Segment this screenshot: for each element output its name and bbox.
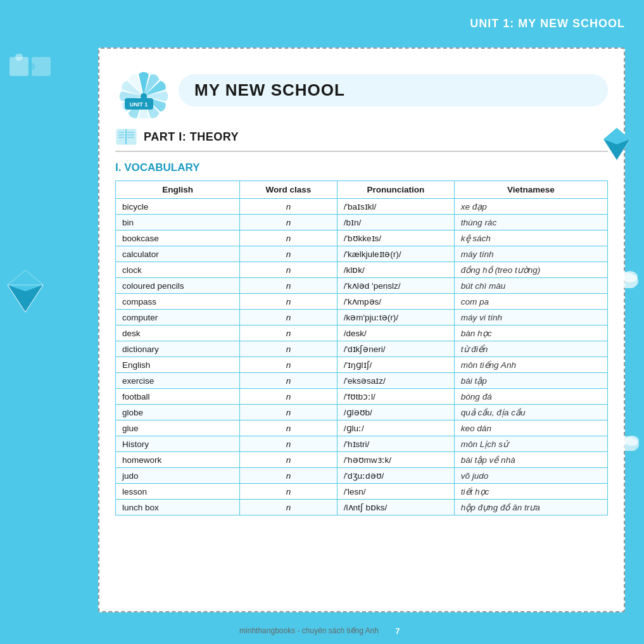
table-cell-11-1: n [240,373,338,389]
svg-point-28 [612,436,627,447]
col-pronunciation: Pronunciation [337,181,454,199]
table-cell-12-3: bóng đá [454,389,607,405]
cloud-right-middle-icon [606,266,641,291]
footer-arrow-icon: ◀ [382,626,388,635]
table-cell-15-1: n [240,436,338,452]
table-cell-19-1: n [240,500,338,515]
table-cell-0-0: bicycle [116,199,240,215]
table-cell-6-0: compass [116,294,240,310]
vocabulary-title: I. VOCABULARY [115,161,608,174]
svg-point-29 [625,436,639,446]
table-cell-10-1: n [240,357,338,373]
col-wordclass: Word class [240,181,338,199]
table-cell-18-1: n [240,484,338,500]
table-cell-0-3: xe đạp [454,199,607,215]
part-header: PART I: THEORY [115,128,608,152]
table-cell-3-1: n [240,246,338,262]
table-cell-17-3: võ judo [454,468,607,484]
table-row: lessonn/'lesn/tiết học [116,484,608,500]
table-cell-11-3: bài tập [454,373,607,389]
table-row: compassn/'kʌmpəs/com pa [116,294,608,310]
table-cell-16-0: homework [116,452,240,468]
unit-header: UNIT 1 MY NEW SCHOOL [115,61,608,118]
table-cell-16-2: /'həʊmwɜːk/ [337,452,454,468]
table-cell-4-1: n [240,262,338,278]
table-cell-19-0: lunch box [116,500,240,515]
table-cell-10-2: /'ɪŋɡlɪʃ/ [337,357,454,373]
svg-point-26 [622,271,638,282]
table-cell-9-0: dictionary [116,341,240,357]
table-row: Englishn/'ɪŋɡlɪʃ/môn tiếng Anh [116,357,608,373]
table-cell-14-2: /ɡluː/ [337,420,454,436]
table-cell-5-2: /'kʌləd 'penslz/ [337,278,454,294]
footer-content: minhthangbooks - chuyên sách tiếng Anh ◀… [239,624,405,638]
table-row: footballn/'fʊtbɔːl/bóng đá [116,389,608,405]
table-cell-9-2: /'dɪkʃəneri/ [337,341,454,357]
table-cell-13-3: quả cầu, địa cầu [454,405,607,420]
table-row: lunch boxn/lʌntʃ bɒks/hộp đựng đồ ăn trư… [116,500,608,515]
table-cell-4-2: /klɒk/ [337,262,454,278]
table-cell-19-3: hộp đựng đồ ăn trưa [454,500,607,515]
table-cell-6-3: com pa [454,294,607,310]
table-cell-12-2: /'fʊtbɔːl/ [337,389,454,405]
cloud-right-bottom-icon [609,431,641,453]
table-cell-14-0: glue [116,420,240,436]
table-row: gluen/ɡluː/keo dán [116,420,608,436]
table-cell-7-2: /kəm'pjuːtə(r)/ [337,310,454,325]
unit-name-title: MY NEW SCHOOL [194,80,345,99]
table-cell-2-1: n [240,230,338,246]
table-cell-15-0: History [116,436,240,452]
table-row: deskn/desk/bàn học [116,325,608,341]
table-row: exercisen/'eksəsaɪz/bài tập [116,373,608,389]
puzzle-piece-icon [6,54,57,101]
table-cell-13-1: n [240,405,338,420]
table-cell-16-1: n [240,452,338,468]
table-cell-17-1: n [240,468,338,484]
table-cell-15-3: môn Lịch sử [454,436,607,452]
table-cell-16-3: bài tập về nhà [454,452,607,468]
footer-text: minhthangbooks - chuyên sách tiếng Anh [239,626,379,635]
book-icon [115,128,137,146]
table-cell-8-3: bàn học [454,325,607,341]
table-cell-10-3: môn tiếng Anh [454,357,607,373]
table-cell-11-0: exercise [116,373,240,389]
table-cell-7-3: máy vi tính [454,310,607,325]
table-cell-6-2: /'kʌmpəs/ [337,294,454,310]
table-row: bicyclen/'baɪsɪkl/xe đạp [116,199,608,215]
page-number: 7 [391,624,405,638]
table-cell-13-2: /ɡləʊb/ [337,405,454,420]
svg-text:UNIT 1: UNIT 1 [130,101,148,108]
col-vietnamese: Vietnamese [454,181,607,199]
unit-title-box: MY NEW SCHOOL [179,74,608,106]
table-cell-11-2: /'eksəsaɪz/ [337,373,454,389]
table-row: calculatorn/'kælkjuleɪtə(r)/máy tính [116,246,608,262]
table-cell-4-0: clock [116,262,240,278]
top-bar: UNIT 1: MY NEW SCHOOL [0,0,644,47]
table-cell-0-2: /'baɪsɪkl/ [337,199,454,215]
table-row: judon/'dʒuːdəʊ/võ judo [116,468,608,484]
table-cell-0-1: n [240,199,338,215]
table-cell-13-0: globe [116,405,240,420]
vocabulary-section: I. VOCABULARY English Word class Pronunc… [115,161,608,515]
table-cell-7-1: n [240,310,338,325]
table-cell-5-0: coloured pencils [116,278,240,294]
table-cell-2-0: bookcase [116,230,240,246]
table-cell-3-0: calculator [116,246,240,262]
table-cell-8-2: /desk/ [337,325,454,341]
table-row: Historyn/'hɪstri/môn Lịch sử [116,436,608,452]
table-cell-15-2: /'hɪstri/ [337,436,454,452]
top-bar-title: UNIT 1: MY NEW SCHOOL [470,17,625,30]
unit-logo: UNIT 1 [115,61,172,118]
table-cell-1-1: n [240,215,338,230]
table-cell-8-0: desk [116,325,240,341]
diamond-right-icon [603,127,631,164]
table-row: globen/ɡləʊb/quả cầu, địa cầu [116,405,608,420]
table-row: dictionaryn/'dɪkʃəneri/từ điển [116,341,608,357]
table-cell-2-3: kệ sách [454,230,607,246]
table-cell-3-3: máy tính [454,246,607,262]
table-cell-10-0: English [116,357,240,373]
table-cell-5-1: n [240,278,338,294]
part-title: PART I: THEORY [144,130,239,144]
footer: minhthangbooks - chuyên sách tiếng Anh ◀… [0,624,644,638]
table-cell-8-1: n [240,325,338,341]
